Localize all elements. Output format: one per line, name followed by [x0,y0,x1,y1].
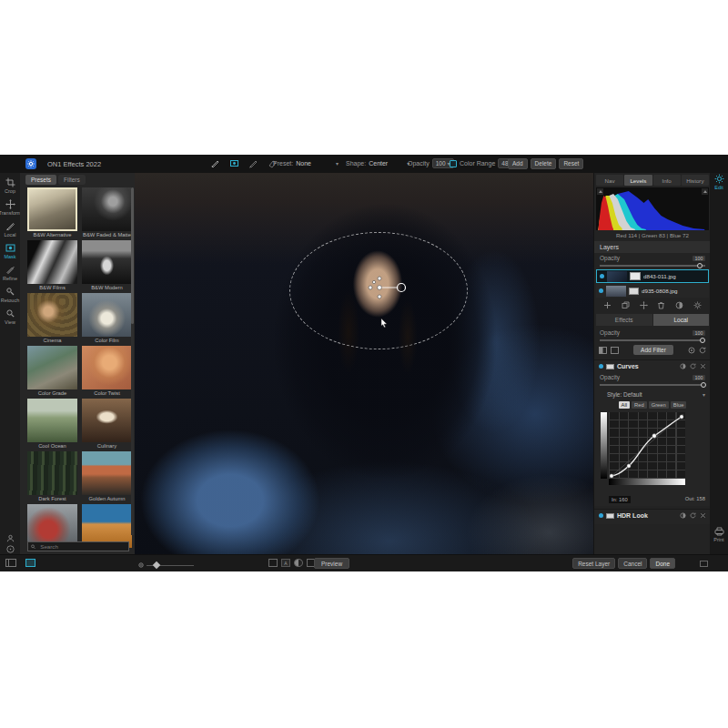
preset-item[interactable]: Color Grade [27,346,77,399]
preset-thumbnail[interactable] [27,187,77,231]
preset-item[interactable]: Golden Autumn [82,451,132,504]
zoom-knob[interactable] [153,561,160,569]
filter-delete-icon[interactable] [700,363,706,369]
tool-retouch[interactable]: Retouch [0,287,20,303]
channel-green-button[interactable]: Green [649,401,669,409]
background-color-icon[interactable]: A [281,559,290,567]
filter-blend-icon[interactable] [680,363,686,369]
preset-item[interactable]: B&W Modern [82,240,132,293]
tab-effects[interactable]: Effects [596,314,652,326]
tab-local[interactable]: Local [653,314,710,326]
print-icon[interactable] [714,527,724,536]
luminosity-mask-icon[interactable] [599,347,607,354]
hdr-filter-header[interactable]: HDR Look [594,510,711,521]
channel-all-button[interactable]: All [619,401,630,409]
preset-thumbnail[interactable] [27,240,77,284]
curves-opacity-value[interactable]: 100 [693,375,705,380]
color-range-checkbox[interactable] [450,160,457,167]
add-layer-icon[interactable] [603,301,612,309]
preset-item[interactable]: Color Twist [82,346,132,399]
zoom-track[interactable] [147,565,194,567]
preset-item[interactable]: Cool Ocean [27,399,77,451]
preset-thumbnail[interactable] [82,346,132,389]
layers-opacity-value[interactable]: 100 [693,256,705,261]
tool-mask[interactable]: Mask [0,243,20,259]
delete-layer-icon[interactable] [657,301,665,309]
layer-visibility-dot[interactable] [599,288,603,293]
photo-canvas[interactable] [135,173,593,555]
filter-mask-icon[interactable] [606,364,614,369]
tool-view[interactable]: View [0,308,20,325]
preset-item[interactable]: B&W Alternative [27,187,77,240]
move-layer-icon[interactable] [640,301,648,309]
curves-filter-header[interactable]: Curves [594,360,711,372]
tab-levels[interactable]: Levels [624,175,652,186]
edit-module[interactable]: Edit [710,174,728,190]
tool-refine[interactable]: Refine [0,265,20,281]
highlight-clipping-button[interactable] [702,188,708,195]
reset-filters-icon[interactable] [699,347,706,354]
preset-thumbnail[interactable] [27,451,77,495]
preset-item[interactable]: Culinary [82,399,132,451]
local-opacity-slider[interactable] [600,336,705,343]
presets-scrollbar[interactable] [131,187,134,535]
mask-gizmo[interactable] [360,269,415,306]
layer-row-2[interactable]: d935-0808.jpg [596,284,709,298]
reset-button[interactable]: Reset [559,158,583,169]
account-icon[interactable] [6,534,15,542]
preview-button[interactable]: Preview [314,558,349,569]
browse-toggle-icon[interactable] [25,559,35,567]
refine-mask-icon[interactable] [248,157,259,169]
layers-opacity-slider[interactable] [600,261,705,268]
tool-crop[interactable]: Crop [0,177,20,194]
filter-enabled-dot[interactable] [599,364,603,369]
filter-reset-icon[interactable] [690,512,696,519]
preset-item[interactable]: Cinema [27,293,77,346]
preset-thumbnail[interactable] [27,346,77,389]
curves-editor[interactable] [609,412,705,494]
duplicate-layer-icon[interactable] [622,301,630,309]
layer-mask-thumbnail[interactable] [630,272,641,280]
tab-filters[interactable]: Filters [58,175,86,185]
layer-visibility-dot[interactable] [600,274,604,278]
done-button[interactable]: Done [650,558,675,569]
preset-thumbnail[interactable] [82,399,132,442]
filter-delete-icon[interactable] [700,512,706,519]
preset-item[interactable]: Color Film [82,293,132,346]
layer-mask-icon[interactable] [629,288,639,295]
dual-display-icon[interactable] [700,561,708,567]
preset-thumbnail[interactable] [27,293,77,337]
preset-thumbnail[interactable] [82,240,132,284]
curves-opacity-slider[interactable] [600,380,705,388]
add-button[interactable]: Add [508,158,528,169]
delete-button[interactable]: Delete [531,158,557,169]
tab-info[interactable]: Info [653,175,681,186]
filter-options-icon[interactable] [688,347,695,354]
curves-grid[interactable] [609,412,685,479]
compare-view-icon[interactable] [268,559,278,567]
preset-thumbnail[interactable] [27,399,77,442]
layer-thumbnail[interactable] [607,271,627,282]
preset-dropdown-chevron-icon[interactable]: ▾ [336,160,339,167]
filter-enabled-dot[interactable] [599,513,603,518]
style-dropdown-chevron-icon[interactable]: ▾ [703,391,705,398]
tab-presets[interactable]: Presets [25,175,56,185]
preset-item[interactable]: B&W Films [27,240,77,293]
tool-transform[interactable]: Transform [0,199,20,216]
mask-brush-icon[interactable] [209,157,221,169]
reset-layer-button[interactable]: Reset Layer [572,558,615,569]
filter-reset-icon[interactable] [690,363,696,369]
layer-thumbnail[interactable] [606,286,626,297]
preset-item[interactable]: Dark Forest [27,451,77,504]
add-filter-button[interactable]: Add Filter [633,345,673,355]
curves-style-row[interactable]: Style: Default ▾ [607,391,705,398]
mask-view-icon[interactable] [294,559,303,567]
blend-mode-icon[interactable] [675,301,683,309]
search-input[interactable] [38,542,126,551]
filter-mask-icon[interactable] [606,513,614,519]
show-mask-icon[interactable] [611,347,619,354]
channel-blue-button[interactable]: Blue [671,401,687,409]
preset-thumbnail[interactable] [82,187,132,231]
left-panel-toggle-icon[interactable] [5,559,16,567]
preset-thumbnail[interactable] [82,451,132,495]
